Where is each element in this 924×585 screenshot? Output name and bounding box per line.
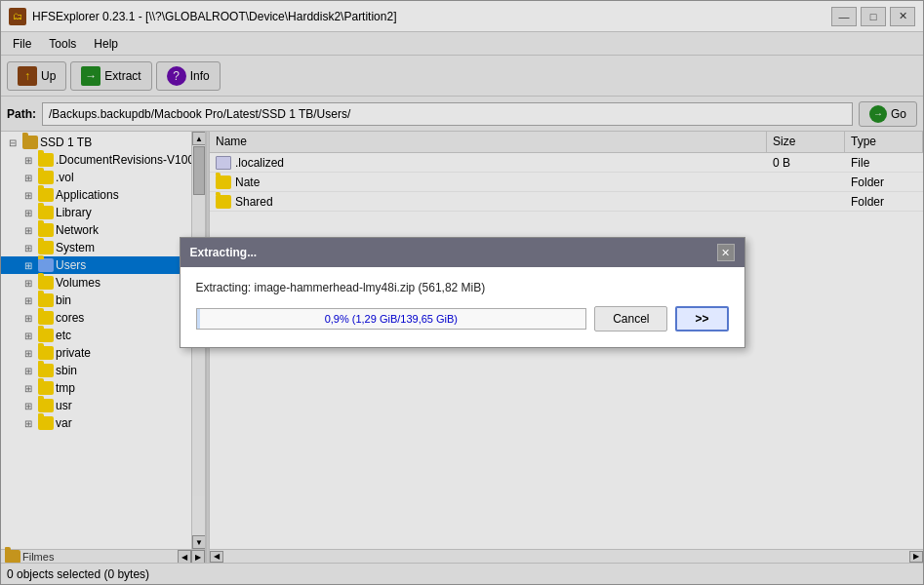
- modal-overlay: Extracting... ✕ Extracting: image-hammer…: [0, 0, 924, 585]
- double-arrow-button[interactable]: >>: [675, 306, 728, 332]
- extracting-dialog: Extracting... ✕ Extracting: image-hammer…: [180, 237, 745, 348]
- cancel-button[interactable]: Cancel: [594, 306, 667, 332]
- dialog-title: Extracting...: [190, 246, 258, 259]
- dialog-extract-text: Extracting: image-hammerhead-lmy48i.zip …: [196, 281, 729, 294]
- dialog-close-button[interactable]: ✕: [717, 244, 735, 261]
- progress-bar: 0,9% (1,29 GiB/139,65 GiB): [196, 308, 587, 330]
- dialog-title-bar: Extracting... ✕: [181, 238, 744, 267]
- dialog-body: Extracting: image-hammerhead-lmy48i.zip …: [181, 267, 744, 347]
- progress-text: 0,9% (1,29 GiB/139,65 GiB): [197, 309, 586, 329]
- progress-container: 0,9% (1,29 GiB/139,65 GiB) Cancel >>: [196, 306, 729, 332]
